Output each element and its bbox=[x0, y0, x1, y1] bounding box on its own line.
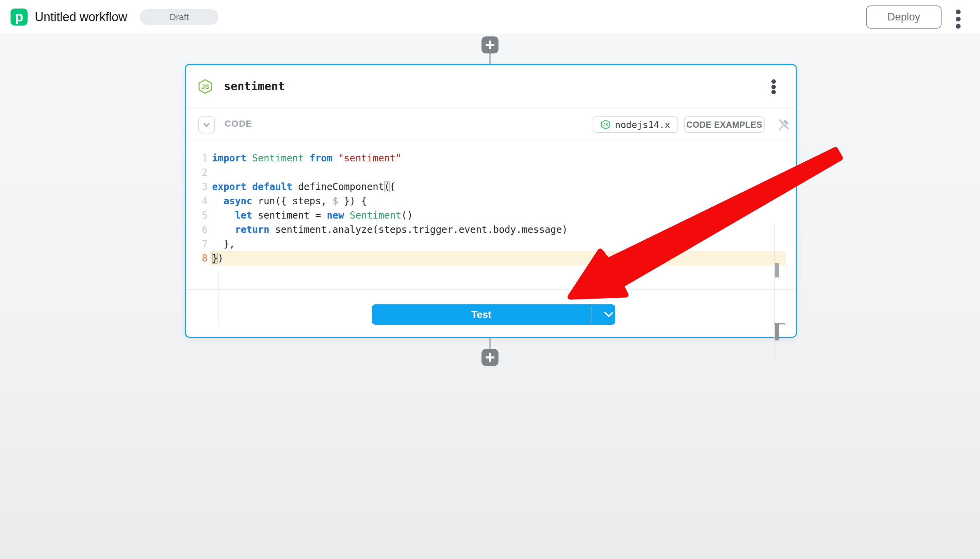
line-number: 4 bbox=[186, 194, 208, 208]
code-line[interactable]: return sentiment.analyze(steps.trigger.e… bbox=[210, 223, 786, 237]
code-line[interactable]: }) bbox=[210, 251, 786, 266]
status-badge: Draft bbox=[140, 9, 218, 25]
line-number: 1 bbox=[186, 151, 208, 165]
code-line[interactable] bbox=[210, 165, 786, 180]
code-line[interactable]: }, bbox=[210, 237, 786, 251]
workflow-step-card[interactable]: JS sentiment CODE JS nodej bbox=[185, 64, 797, 338]
code-section-toolbar: CODE JS nodejs14.x CODE EXAMPLES bbox=[186, 108, 796, 140]
line-number: 6 bbox=[186, 223, 208, 237]
code-examples-button[interactable]: CODE EXAMPLES bbox=[684, 116, 765, 133]
test-button[interactable]: Test bbox=[372, 304, 615, 325]
runtime-badge[interactable]: JS nodejs14.x bbox=[593, 116, 678, 133]
svg-text:JS: JS bbox=[201, 83, 209, 90]
kebab-dot bbox=[771, 90, 776, 94]
svg-text:JS: JS bbox=[603, 122, 609, 127]
line-number: 2 bbox=[186, 165, 208, 180]
code-lines[interactable]: import Sentiment from "sentiment"export … bbox=[210, 151, 786, 266]
kebab-dot bbox=[956, 10, 960, 14]
kebab-dot bbox=[771, 79, 776, 84]
line-number: 8 bbox=[186, 251, 208, 266]
step-title[interactable]: sentiment bbox=[224, 65, 285, 108]
step-menu-button[interactable] bbox=[768, 79, 779, 94]
add-step-button-top[interactable] bbox=[482, 36, 498, 53]
plus-icon bbox=[482, 36, 498, 53]
kebab-dot bbox=[771, 85, 776, 89]
plus-icon bbox=[482, 349, 498, 366]
pipedream-logo[interactable]: p bbox=[10, 8, 28, 26]
test-section: Test bbox=[186, 289, 796, 337]
workflow-title[interactable]: Untitled workflow bbox=[35, 0, 127, 34]
section-label-code: CODE bbox=[224, 108, 252, 140]
workflow-menu-button[interactable] bbox=[954, 10, 963, 28]
collapse-section-button[interactable] bbox=[198, 116, 215, 134]
nodejs-icon: JS bbox=[197, 79, 213, 94]
test-options-button[interactable] bbox=[597, 304, 621, 325]
code-gutter: 12345678 bbox=[186, 151, 208, 266]
line-number: 3 bbox=[186, 180, 208, 194]
chevron-down-icon bbox=[604, 311, 614, 318]
line-number: 7 bbox=[186, 237, 208, 251]
code-line[interactable]: async run({ steps, $ }) { bbox=[210, 194, 786, 208]
chevron-down-icon bbox=[201, 119, 212, 131]
add-step-button-bottom[interactable] bbox=[482, 349, 498, 366]
runtime-label: nodejs14.x bbox=[615, 119, 670, 130]
nodejs-icon: JS bbox=[601, 119, 611, 130]
code-line[interactable]: export default defineComponent({ bbox=[210, 180, 786, 194]
app-header: p Untitled workflow Draft Deploy bbox=[0, 0, 980, 35]
pin-slash-icon[interactable] bbox=[777, 118, 790, 131]
connector-line bbox=[489, 338, 491, 349]
connector-line bbox=[489, 53, 491, 64]
line-number: 5 bbox=[186, 208, 208, 223]
kebab-dot bbox=[956, 24, 960, 28]
kebab-dot bbox=[956, 17, 960, 22]
test-button-label[interactable]: Test bbox=[372, 304, 591, 325]
deploy-button[interactable]: Deploy bbox=[866, 5, 942, 28]
step-header: JS sentiment bbox=[186, 65, 796, 108]
code-line[interactable]: let sentiment = new Sentiment() bbox=[210, 208, 786, 223]
code-editor[interactable]: 12345678 import Sentiment from "sentimen… bbox=[186, 140, 796, 289]
scrollbar-mark bbox=[775, 263, 779, 278]
code-line[interactable]: import Sentiment from "sentiment" bbox=[210, 151, 786, 165]
page-background: p Untitled workflow Draft Deploy JS sent… bbox=[0, 0, 980, 559]
button-divider bbox=[591, 306, 591, 323]
